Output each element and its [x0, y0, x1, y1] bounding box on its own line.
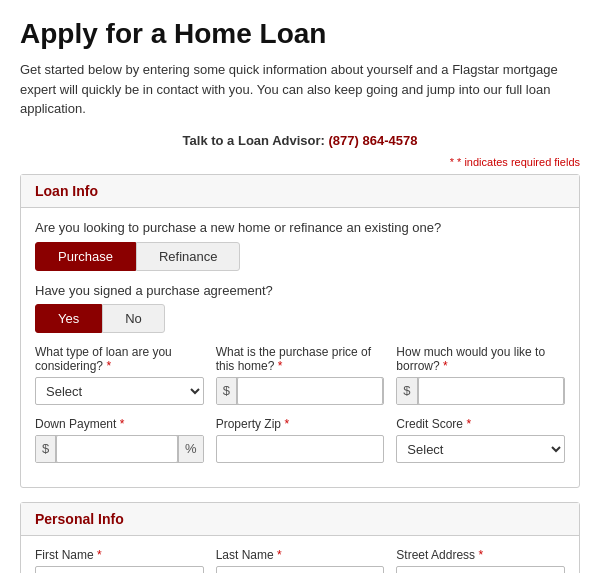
- loan-type-row: What type of loan are you considering? *…: [35, 345, 565, 405]
- intro-text: Get started below by entering some quick…: [20, 60, 580, 119]
- credit-score-group: Credit Score * Select: [396, 417, 565, 463]
- personal-info-section: Personal Info First Name * Last Name * S…: [20, 502, 580, 574]
- down-payment-input-wrapper: $ %: [35, 435, 204, 463]
- refinance-button[interactable]: Refinance: [136, 242, 241, 271]
- last-name-input[interactable]: [216, 566, 385, 574]
- property-zip-input[interactable]: [216, 435, 385, 463]
- down-payment-label: Down Payment *: [35, 417, 204, 431]
- yes-button[interactable]: Yes: [35, 304, 102, 333]
- advisor-phone[interactable]: (877) 864-4578: [329, 133, 418, 148]
- no-button[interactable]: No: [102, 304, 165, 333]
- street-address-group: Street Address *: [396, 548, 565, 574]
- first-name-input[interactable]: [35, 566, 204, 574]
- yes-no-toggle: Yes No: [35, 304, 565, 333]
- agreement-question-label: Have you signed a purchase agreement?: [35, 283, 565, 298]
- purchase-price-input[interactable]: [237, 377, 383, 405]
- advisor-bar: Talk to a Loan Advisor: (877) 864-4578: [20, 133, 580, 148]
- advisor-label: Talk to a Loan Advisor:: [183, 133, 325, 148]
- street-address-input[interactable]: [396, 566, 565, 574]
- purchase-price-group: What is the purchase price of this home?…: [216, 345, 385, 405]
- last-name-group: Last Name *: [216, 548, 385, 574]
- name-row: First Name * Last Name * Street Address …: [35, 548, 565, 574]
- purchase-question-label: Are you looking to purchase a new home o…: [35, 220, 565, 235]
- down-payment-suffix: %: [178, 436, 203, 462]
- loan-info-section: Loan Info Are you looking to purchase a …: [20, 174, 580, 488]
- property-zip-group: Property Zip *: [216, 417, 385, 463]
- first-name-label: First Name *: [35, 548, 204, 562]
- loan-info-header: Loan Info: [21, 175, 579, 208]
- down-payment-row: Down Payment * $ % Property Zip * Credit…: [35, 417, 565, 463]
- borrow-prefix: $: [397, 378, 417, 404]
- down-payment-input[interactable]: [56, 435, 178, 463]
- page-title: Apply for a Home Loan: [20, 18, 580, 50]
- down-payment-group: Down Payment * $ %: [35, 417, 204, 463]
- purchase-price-prefix: $: [217, 378, 237, 404]
- loan-type-label: What type of loan are you considering? *: [35, 345, 204, 373]
- required-note: * * indicates required fields: [20, 156, 580, 168]
- down-payment-prefix: $: [36, 436, 56, 462]
- street-address-label: Street Address *: [396, 548, 565, 562]
- loan-type-select[interactable]: Select: [35, 377, 204, 405]
- borrow-amount-input[interactable]: [418, 377, 564, 405]
- purchase-refinance-toggle: Purchase Refinance: [35, 242, 565, 271]
- purchase-button[interactable]: Purchase: [35, 242, 136, 271]
- loan-type-group: What type of loan are you considering? *…: [35, 345, 204, 405]
- personal-info-header: Personal Info: [21, 503, 579, 536]
- purchase-price-label: What is the purchase price of this home?…: [216, 345, 385, 373]
- borrow-amount-input-wrapper: $: [396, 377, 565, 405]
- property-zip-label: Property Zip *: [216, 417, 385, 431]
- credit-score-select[interactable]: Select: [396, 435, 565, 463]
- purchase-price-input-wrapper: $: [216, 377, 385, 405]
- borrow-amount-group: How much would you like to borrow? * $: [396, 345, 565, 405]
- credit-score-label: Credit Score *: [396, 417, 565, 431]
- last-name-label: Last Name *: [216, 548, 385, 562]
- first-name-group: First Name *: [35, 548, 204, 574]
- borrow-amount-label: How much would you like to borrow? *: [396, 345, 565, 373]
